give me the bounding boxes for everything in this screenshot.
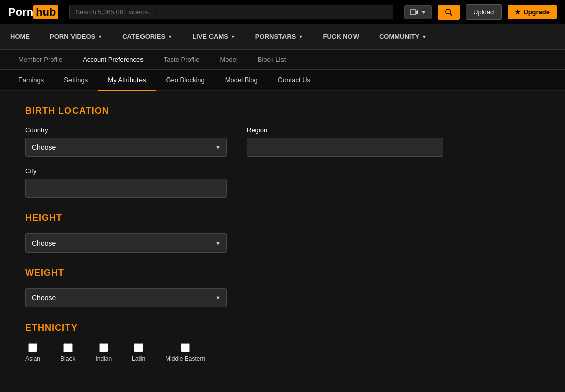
ethnicity-title: ETHNICITY <box>25 323 540 333</box>
camera-chevron: ▼ <box>421 9 426 15</box>
sub-nav-account-preferences[interactable]: Account Preferences <box>73 50 154 69</box>
logo-hub: hub <box>33 5 58 19</box>
ethnicity-asian-checkbox[interactable] <box>28 343 37 352</box>
height-title: HEIGHT <box>25 213 540 223</box>
height-select[interactable]: Choose <box>25 233 227 253</box>
ethnicity-indian-checkbox[interactable] <box>99 343 108 352</box>
sub-nav-taste-profile[interactable]: Taste Profile <box>154 50 210 69</box>
main-nav: HOME PORN VIDEOS ▼ CATEGORIES ▼ LIVE CAM… <box>0 24 565 50</box>
ethnicity-middle-eastern: Middle Eastern <box>165 343 205 362</box>
nav-fuck-now[interactable]: FUCK NOW <box>313 24 369 49</box>
region-label: Region <box>247 126 443 134</box>
tab-model-blog[interactable]: Model Blog <box>215 70 268 91</box>
country-label: Country <box>25 126 227 134</box>
country-region-row: Country Choose Region <box>25 126 540 157</box>
birth-location-title: BIRTH LOCATION <box>25 106 540 116</box>
nav-live-cams[interactable]: LIVE CAMS ▼ <box>182 24 245 49</box>
ethnicity-section: ETHNICITY Asian Black Indian Latin Middl… <box>25 323 540 362</box>
upgrade-label: Upgrade <box>523 8 550 16</box>
upload-label: Upload <box>473 8 494 16</box>
weight-title: WEIGHT <box>25 268 540 278</box>
upgrade-button[interactable]: ★ Upgrade <box>508 5 557 19</box>
ethnicity-indian-label: Indian <box>95 355 112 362</box>
weight-select[interactable]: Choose <box>25 288 227 307</box>
height-select-wrapper: Choose <box>25 233 227 253</box>
country-select-wrapper: Choose <box>25 138 227 157</box>
sub-nav-block-list[interactable]: Block List <box>248 50 296 69</box>
region-group: Region <box>247 126 443 157</box>
tab-nav: Earnings Settings My Attributes Geo Bloc… <box>0 70 565 91</box>
search-button[interactable] <box>438 5 460 20</box>
star-icon: ★ <box>515 8 521 16</box>
logo-text: Porn <box>8 6 33 19</box>
ethnicity-middle-eastern-checkbox[interactable] <box>181 343 190 352</box>
ethnicity-black-checkbox[interactable] <box>63 343 73 352</box>
header: Porn hub ▼ Upload ★ Upgrade <box>0 0 565 24</box>
sub-nav: Member Profile Account Preferences Taste… <box>0 50 565 70</box>
nav-community[interactable]: COMMUNITY ▼ <box>369 24 437 49</box>
weight-select-wrapper: Choose <box>25 288 227 307</box>
sub-nav-model[interactable]: Model <box>209 50 247 69</box>
search-input[interactable] <box>75 8 388 16</box>
country-select[interactable]: Choose <box>25 138 227 157</box>
camera-button[interactable]: ▼ <box>404 5 432 19</box>
ethnicity-black-label: Black <box>60 355 75 362</box>
birth-location-section: BIRTH LOCATION Country Choose Region Cit… <box>25 106 540 198</box>
tab-contact-us[interactable]: Contact Us <box>268 70 320 91</box>
nav-home[interactable]: HOME <box>0 24 40 49</box>
tab-geo-blocking[interactable]: Geo Blocking <box>156 70 215 91</box>
tab-earnings[interactable]: Earnings <box>8 70 54 91</box>
region-input[interactable] <box>247 138 443 157</box>
ethnicity-asian: Asian <box>25 343 40 362</box>
ethnicity-indian: Indian <box>95 343 112 362</box>
chevron-down-icon: ▼ <box>422 34 427 39</box>
city-group: City <box>25 167 540 198</box>
ethnicity-asian-label: Asian <box>25 355 40 362</box>
sub-nav-member-profile[interactable]: Member Profile <box>8 50 73 69</box>
logo[interactable]: Porn hub <box>8 5 58 19</box>
country-group: Country Choose <box>25 126 227 157</box>
chevron-down-icon: ▼ <box>98 34 102 39</box>
tab-settings[interactable]: Settings <box>54 70 98 91</box>
upload-button[interactable]: Upload <box>466 4 502 20</box>
tab-my-attributes[interactable]: My Attributes <box>98 70 156 91</box>
ethnicity-middle-eastern-label: Middle Eastern <box>165 355 205 362</box>
weight-section: WEIGHT Choose <box>25 268 540 307</box>
ethnicity-latin-checkbox[interactable] <box>134 343 143 352</box>
svg-rect-0 <box>410 10 416 15</box>
nav-porn-videos[interactable]: PORN VIDEOS ▼ <box>40 24 112 49</box>
ethnicity-black: Black <box>60 343 75 362</box>
city-label: City <box>25 167 540 175</box>
ethnicity-options: Asian Black Indian Latin Middle Eastern <box>25 343 540 362</box>
nav-categories[interactable]: CATEGORIES ▼ <box>112 24 182 49</box>
ethnicity-latin-label: Latin <box>132 355 145 362</box>
chevron-down-icon: ▼ <box>168 34 172 39</box>
svg-point-2 <box>446 9 450 14</box>
chevron-down-icon: ▼ <box>299 34 303 39</box>
city-input[interactable] <box>25 179 227 198</box>
main-content: BIRTH LOCATION Country Choose Region Cit… <box>0 91 565 392</box>
svg-line-3 <box>450 13 452 15</box>
nav-pornstars[interactable]: PORNSTARS ▼ <box>245 24 313 49</box>
search-bar <box>69 5 393 19</box>
chevron-down-icon: ▼ <box>231 34 235 39</box>
ethnicity-latin: Latin <box>132 343 145 362</box>
height-section: HEIGHT Choose <box>25 213 540 253</box>
